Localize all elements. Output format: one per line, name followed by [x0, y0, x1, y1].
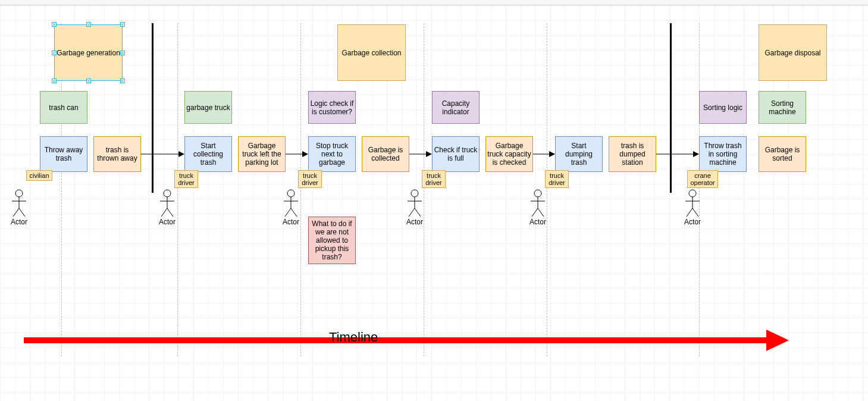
label: trash can — [49, 104, 78, 112]
label: Garbage is collected — [364, 146, 408, 162]
comp-logic-check[interactable]: Logic check if is customer? — [308, 91, 356, 124]
timeline-bar — [24, 337, 767, 343]
label: Logic check if is customer? — [310, 99, 354, 116]
svg-marker-40 — [766, 330, 789, 351]
arrow — [409, 150, 432, 158]
role-truck-driver-4[interactable]: truck driver — [545, 170, 569, 188]
svg-marker-1 — [178, 151, 184, 157]
svg-line-29 — [415, 208, 421, 217]
svg-line-39 — [692, 208, 698, 217]
svg-point-35 — [689, 190, 696, 197]
phase-disposal[interactable]: Garbage disposal — [759, 24, 827, 81]
actor-label: Actor — [11, 218, 27, 226]
svg-line-34 — [538, 208, 544, 217]
phase-collection[interactable]: Garbage collection — [337, 24, 406, 81]
event-sorted[interactable]: Garbage is sorted — [759, 136, 806, 172]
role-crane-op[interactable]: crane operator — [687, 170, 718, 188]
event-truck-left[interactable]: Garbage truck left the parking lot — [238, 136, 286, 172]
svg-point-25 — [411, 190, 418, 197]
label: truck driver — [178, 172, 195, 186]
actor-icon — [685, 189, 700, 218]
actor-icon — [12, 189, 26, 218]
phase-generation[interactable]: Garbage generation — [54, 24, 123, 81]
role-truck-driver-2[interactable]: truck driver — [298, 170, 322, 188]
label: What to do if we are not allowed to pick… — [310, 220, 354, 261]
label: Start dumping trash — [557, 142, 601, 167]
label: trash is dumped station — [610, 142, 654, 167]
comp-sorting-machine[interactable]: Sorting machine — [759, 91, 806, 124]
comp-trash-can[interactable]: trash can — [40, 91, 87, 124]
label: Capacity indicator — [434, 99, 478, 116]
selection-handle[interactable]: × — [52, 79, 57, 83]
label: Stop truck next to garbage — [310, 142, 354, 167]
label: civilian — [29, 172, 49, 179]
svg-line-13 — [13, 208, 19, 217]
label: crane operator — [691, 172, 715, 186]
label: truck driver — [425, 172, 442, 186]
selection-handle[interactable]: × — [52, 51, 57, 55]
selection-handle[interactable]: × — [52, 22, 57, 27]
actor-label: Actor — [529, 218, 546, 226]
comp-capacity[interactable]: Capacity indicator — [432, 91, 480, 124]
divider — [152, 23, 153, 193]
actor-label: Actor — [406, 218, 423, 226]
role-truck-driver-3[interactable]: truck driver — [422, 170, 446, 188]
label: Garbage disposal — [764, 49, 820, 57]
label: Garbage is sorted — [760, 146, 804, 162]
comp-sorting-logic[interactable]: Sorting logic — [699, 91, 747, 124]
selection-handle[interactable]: × — [86, 22, 91, 27]
role-truck-driver-1[interactable]: truck driver — [174, 170, 198, 188]
label: Check if truck is full — [434, 146, 478, 162]
svg-marker-3 — [302, 151, 308, 157]
svg-point-20 — [287, 190, 294, 197]
action-check-full[interactable]: Check if truck is full — [432, 136, 480, 172]
action-start-dump[interactable]: Start dumping trash — [555, 136, 603, 172]
actor-icon — [408, 189, 422, 218]
label: Garbage generation — [57, 49, 120, 57]
svg-line-23 — [285, 208, 291, 217]
svg-line-28 — [409, 208, 415, 217]
selection-handle[interactable]: × — [86, 79, 91, 83]
timeline-label: Timeline — [329, 330, 378, 345]
selection-handle[interactable]: × — [120, 22, 125, 27]
toolbar-placeholder — [0, 0, 868, 5]
event-trash-thrown[interactable]: trash is thrown away — [93, 136, 141, 172]
divider — [670, 23, 672, 193]
label: truck driver — [549, 172, 565, 186]
selection-handle[interactable]: × — [120, 79, 125, 83]
actor-icon — [160, 189, 174, 218]
diagram-canvas[interactable]: { "phases": { "generation": "Garbage gen… — [0, 5, 868, 401]
note-box[interactable]: What to do if we are not allowed to pick… — [308, 217, 356, 264]
label: trash is thrown away — [95, 146, 139, 162]
label: Garbage truck left the parking lot — [240, 142, 284, 167]
event-dumped[interactable]: trash is dumped station — [609, 136, 656, 172]
guide — [300, 23, 301, 356]
label: truck driver — [302, 172, 318, 186]
event-garbage-collected[interactable]: Garbage is collected — [362, 136, 409, 172]
arrow — [286, 150, 308, 158]
arrow — [656, 150, 699, 158]
label: Sorting machine — [760, 99, 804, 116]
label: Sorting logic — [703, 104, 742, 112]
role-civilian[interactable]: civilian — [26, 170, 52, 181]
guide — [547, 23, 547, 356]
action-start-collect[interactable]: Start collecting trash — [184, 136, 232, 172]
action-throw-away[interactable]: Throw away trash — [40, 136, 87, 172]
event-capacity-checked[interactable]: Garbage truck capacity is checked — [485, 136, 533, 172]
actor-label: Actor — [159, 218, 176, 226]
label: Throw away trash — [42, 146, 86, 162]
label: Start collecting trash — [186, 142, 230, 167]
action-throw-sort[interactable]: Throw trash in sorting machine — [699, 136, 747, 172]
actor-icon — [531, 189, 545, 218]
svg-point-30 — [534, 190, 541, 197]
selection-handle[interactable]: × — [120, 51, 125, 55]
label: Throw trash in sorting machine — [701, 142, 745, 167]
svg-line-38 — [687, 208, 692, 217]
comp-garbage-truck[interactable]: garbage truck — [184, 91, 232, 124]
svg-point-15 — [164, 190, 171, 197]
guide — [177, 23, 178, 356]
arrow — [533, 150, 555, 158]
action-stop-truck[interactable]: Stop truck next to garbage — [308, 136, 356, 172]
svg-marker-7 — [549, 151, 555, 157]
svg-line-14 — [19, 208, 25, 217]
